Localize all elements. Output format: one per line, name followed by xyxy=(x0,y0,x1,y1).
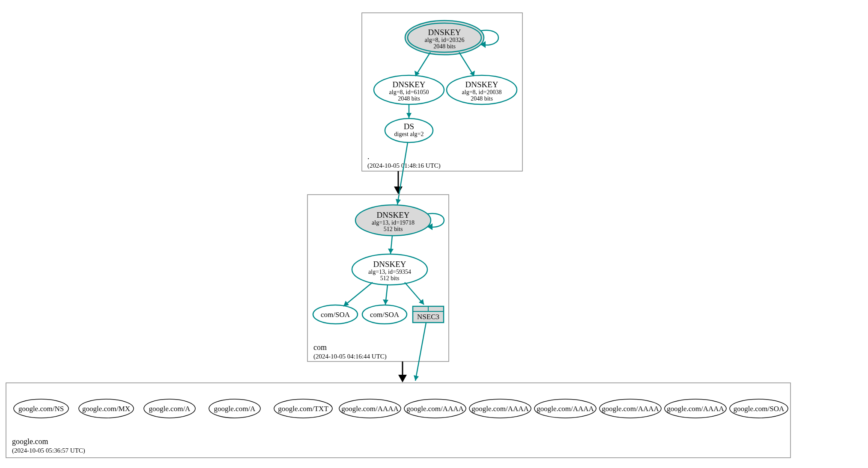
svg-marker-43 xyxy=(383,299,388,305)
svg-text:2048 bits: 2048 bits xyxy=(433,43,456,50)
node-record-0[interactable]: google.com/NS xyxy=(14,399,69,418)
svg-text:google.com/AAAA: google.com/AAAA xyxy=(537,405,594,413)
svg-marker-21 xyxy=(394,187,403,194)
svg-marker-22 xyxy=(396,199,401,204)
node-record-7[interactable]: google.com/AAAA xyxy=(469,399,531,418)
svg-text:com/SOA: com/SOA xyxy=(370,311,400,319)
svg-text:alg=13, id=59354: alg=13, id=59354 xyxy=(368,269,411,275)
edge-com-to-google-zone xyxy=(398,361,407,382)
svg-text:2048 bits: 2048 bits xyxy=(471,95,493,102)
zone-root-name: . xyxy=(367,152,370,161)
zone-google-name: google.com xyxy=(12,437,48,446)
zone-google: google.com (2024-10-05 05:36:57 UTC) goo… xyxy=(6,383,790,458)
svg-text:google.com/A: google.com/A xyxy=(214,405,256,413)
node-record-2[interactable]: google.com/A xyxy=(144,399,195,418)
node-dnskey-61050[interactable]: DNSKEY alg=8, id=61050 2048 bits xyxy=(374,75,444,104)
svg-text:2048 bits: 2048 bits xyxy=(398,95,420,102)
svg-text:DNSKEY: DNSKEY xyxy=(465,80,498,89)
svg-marker-46 xyxy=(414,375,419,381)
edges-com-leaves xyxy=(343,282,424,306)
zone-google-timestamp: (2024-10-05 05:36:57 UTC) xyxy=(12,447,85,454)
node-nsec3[interactable]: NSEC3 xyxy=(413,306,444,323)
svg-text:DNSKEY: DNSKEY xyxy=(376,210,409,219)
zone-com-timestamp: (2024-10-05 04:16:44 UTC) xyxy=(313,353,387,360)
svg-text:alg=8, id=61050: alg=8, id=61050 xyxy=(389,89,429,95)
svg-text:google.com/NS: google.com/NS xyxy=(18,405,64,413)
node-record-8[interactable]: google.com/AAAA xyxy=(534,399,596,418)
edge-ds-to-com-ksk xyxy=(396,142,408,204)
svg-text:google.com/TXT: google.com/TXT xyxy=(278,405,328,413)
node-dnskey-20326[interactable]: DNSKEY alg=8, id=20326 2048 bits xyxy=(405,21,484,55)
svg-text:alg=8, id=20038: alg=8, id=20038 xyxy=(462,89,502,95)
svg-text:512 bits: 512 bits xyxy=(380,275,400,281)
node-ds[interactable]: DS digest alg=2 xyxy=(385,118,433,142)
svg-text:google.com/AAAA: google.com/AAAA xyxy=(341,405,399,413)
svg-text:google.com/A: google.com/A xyxy=(149,405,191,413)
svg-marker-42 xyxy=(343,301,349,306)
svg-text:google.com/AAAA: google.com/AAAA xyxy=(602,405,659,413)
svg-text:google.com/AAAA: google.com/AAAA xyxy=(406,405,464,413)
node-record-6[interactable]: google.com/AAAA xyxy=(404,399,466,418)
svg-marker-45 xyxy=(398,375,407,382)
dnssec-diagram: . (2024-10-05 01:48:16 UTC) DNSKEY alg=8… xyxy=(0,0,868,468)
svg-text:google.com/AAAA: google.com/AAAA xyxy=(471,405,529,413)
node-record-11[interactable]: google.com/SOA xyxy=(730,399,788,418)
edge-nsec3-to-google xyxy=(414,323,426,381)
node-dnskey-19718[interactable]: DNSKEY alg=13, id=19718 512 bits xyxy=(355,205,431,236)
zone-com-name: com xyxy=(313,343,327,352)
svg-text:DNSKEY: DNSKEY xyxy=(373,260,406,269)
node-record-4[interactable]: google.com/TXT xyxy=(274,399,332,418)
node-record-5[interactable]: google.com/AAAA xyxy=(339,399,401,418)
svg-text:512 bits: 512 bits xyxy=(384,226,403,232)
node-dnskey-20038[interactable]: DNSKEY alg=8, id=20038 2048 bits xyxy=(447,75,517,104)
svg-text:google.com/SOA: google.com/SOA xyxy=(734,405,784,413)
svg-text:google.com/AAAA: google.com/AAAA xyxy=(667,405,724,413)
svg-marker-33 xyxy=(388,249,394,254)
node-com-soa-1[interactable]: com/SOA xyxy=(313,305,358,324)
zone-com: com (2024-10-05 04:16:44 UTC) DNSKEY alg… xyxy=(307,195,449,361)
node-record-10[interactable]: google.com/AAAA xyxy=(665,399,726,418)
svg-text:alg=13, id=19718: alg=13, id=19718 xyxy=(372,219,415,226)
svg-rect-47 xyxy=(6,383,790,458)
svg-text:DS: DS xyxy=(404,122,414,131)
svg-marker-20 xyxy=(406,113,412,118)
node-record-3[interactable]: google.com/A xyxy=(209,399,260,418)
svg-text:com/SOA: com/SOA xyxy=(321,311,350,319)
svg-text:DNSKEY: DNSKEY xyxy=(392,80,425,89)
node-com-soa-2[interactable]: com/SOA xyxy=(362,305,407,324)
svg-text:digest alg=2: digest alg=2 xyxy=(394,131,424,137)
node-record-9[interactable]: google.com/AAAA xyxy=(600,399,661,418)
node-dnskey-59354[interactable]: DNSKEY alg=13, id=59354 512 bits xyxy=(352,254,427,285)
svg-text:alg=8, id=20326: alg=8, id=20326 xyxy=(425,37,465,43)
node-record-1[interactable]: google.com/MX xyxy=(79,399,134,418)
zone-root: . (2024-10-05 01:48:16 UTC) DNSKEY alg=8… xyxy=(362,13,522,171)
svg-text:DNSKEY: DNSKEY xyxy=(428,28,461,37)
svg-text:google.com/MX: google.com/MX xyxy=(82,405,130,413)
svg-text:NSEC3: NSEC3 xyxy=(417,313,439,321)
